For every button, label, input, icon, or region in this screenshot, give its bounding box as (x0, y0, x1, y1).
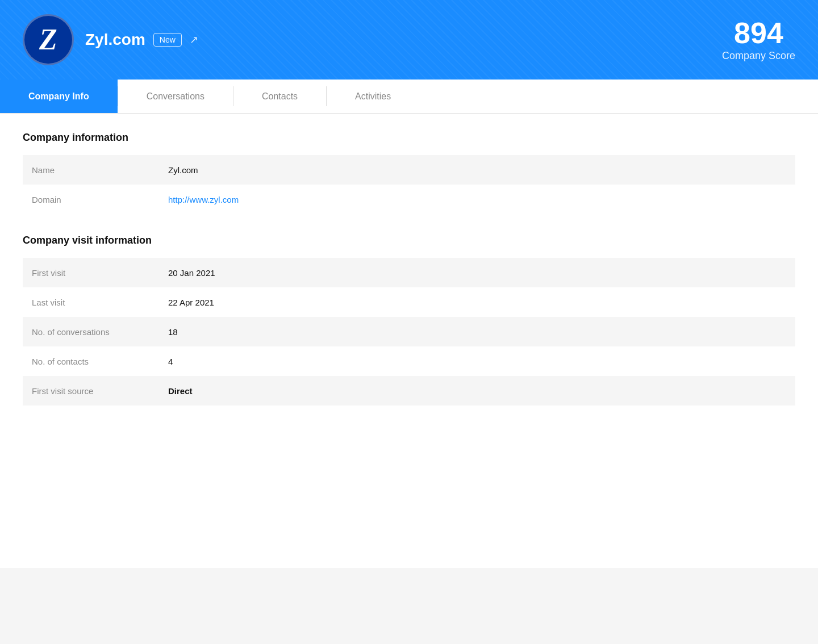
tab-conversations[interactable]: Conversations (118, 80, 233, 113)
company-score-area: 894 Company Score (722, 18, 795, 62)
info-row-contacts: No. of contacts 4 (23, 346, 795, 376)
visit-info-section-title: Company visit information (23, 235, 795, 246)
company-info-section-title: Company information (23, 132, 795, 144)
conversations-value: 18 (159, 319, 795, 345)
info-row-last-visit: Last visit 22 Apr 2021 (23, 287, 795, 317)
external-link-icon[interactable]: ↗ (190, 34, 198, 46)
info-row-name: Name Zyl.com (23, 155, 795, 185)
last-visit-value: 22 Apr 2021 (159, 290, 795, 315)
score-label: Company Score (722, 50, 795, 62)
info-row-domain: Domain http://www.zyl.com (23, 185, 795, 214)
score-number: 894 (722, 18, 795, 48)
name-value: Zyl.com (159, 157, 795, 183)
tab-activities[interactable]: Activities (327, 80, 419, 113)
domain-value[interactable]: http://www.zyl.com (159, 187, 795, 212)
contacts-value: 4 (159, 349, 795, 374)
company-info-table: Name Zyl.com Domain http://www.zyl.com (23, 155, 795, 214)
info-row-first-visit-source: First visit source Direct (23, 376, 795, 405)
first-visit-source-label: First visit source (23, 378, 159, 404)
domain-label: Domain (23, 187, 159, 212)
first-visit-source-value: Direct (159, 378, 795, 404)
first-visit-label: First visit (23, 260, 159, 286)
header-left: Z Zyl.com New ↗ (23, 14, 198, 65)
last-visit-label: Last visit (23, 290, 159, 315)
company-title-area: Zyl.com New ↗ (85, 31, 198, 49)
tab-company-info[interactable]: Company Info (0, 80, 118, 113)
name-label: Name (23, 157, 159, 183)
first-visit-value: 20 Jan 2021 (159, 260, 795, 286)
visit-info-table: First visit 20 Jan 2021 Last visit 22 Ap… (23, 258, 795, 405)
company-name: Zyl.com (85, 31, 145, 49)
info-row-first-visit: First visit 20 Jan 2021 (23, 258, 795, 287)
page-header: Z Zyl.com New ↗ 894 Company Score (0, 0, 818, 80)
tabs-bar: Company Info Conversations Contacts Acti… (0, 80, 818, 114)
conversations-label: No. of conversations (23, 319, 159, 345)
company-logo: Z (23, 14, 74, 65)
tab-contacts[interactable]: Contacts (233, 80, 326, 113)
logo-letter: Z (39, 25, 57, 55)
info-row-conversations: No. of conversations 18 (23, 317, 795, 346)
contacts-label: No. of contacts (23, 349, 159, 374)
main-content: Company information Name Zyl.com Domain … (0, 114, 818, 568)
new-badge: New (153, 33, 182, 47)
